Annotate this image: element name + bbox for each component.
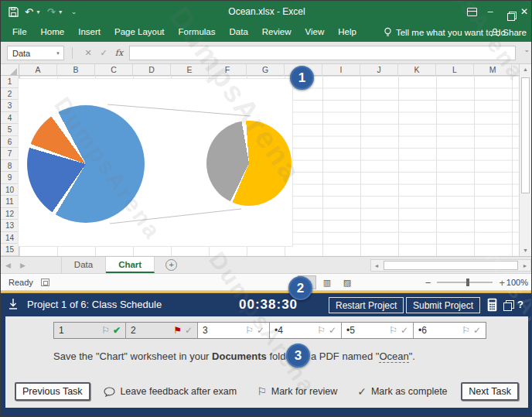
ribbon-display-options-icon[interactable] (467, 8, 477, 16)
page-layout-view-button[interactable]: ▥ (318, 275, 336, 289)
tab-page-layout[interactable]: Page Layout (107, 22, 172, 42)
row-header[interactable]: 7 (1, 148, 19, 160)
zoom-slider-handle[interactable] (466, 279, 469, 286)
column-header[interactable]: M (474, 64, 512, 76)
column-header[interactable]: F (209, 64, 247, 76)
column-header[interactable]: G (247, 64, 285, 76)
tab-help[interactable]: Help (331, 22, 363, 42)
leave-feedback-action[interactable]: Leave feedback after exam (104, 386, 237, 397)
select-all-corner[interactable] (1, 64, 19, 76)
column-header[interactable]: J (360, 64, 398, 76)
zoom-out-button[interactable]: − (425, 277, 431, 289)
expand-formula-bar-icon[interactable]: ⌄ (523, 46, 530, 53)
tab-view[interactable]: View (298, 22, 332, 42)
task-tab-5[interactable]: •5 ⚐✓ (342, 323, 414, 338)
row-header[interactable]: 10 (1, 184, 19, 197)
secondary-pie[interactable] (206, 121, 292, 206)
vertical-scroll-thumb[interactable] (521, 77, 530, 193)
horizontal-scrollbar[interactable]: ◄ ► (370, 259, 531, 272)
scroll-right-icon[interactable]: ► (520, 263, 530, 268)
task-tab-2[interactable]: 2 ⚑✓ (126, 323, 198, 338)
scroll-up-icon[interactable]: ▲ (520, 64, 531, 75)
row-header[interactable]: 3 (1, 100, 19, 112)
column-header[interactable]: B (57, 64, 95, 76)
check-icon[interactable]: ✓ (185, 325, 193, 336)
flag-icon[interactable]: ⚐ (389, 325, 397, 336)
collapse-panel-icon[interactable] (9, 299, 18, 310)
tell-me-box[interactable]: Tell me what you want to do (384, 27, 506, 38)
row-header[interactable]: 11 (1, 196, 19, 208)
calculator-icon[interactable] (487, 298, 497, 312)
flag-icon[interactable]: ⚐ (245, 325, 254, 336)
task-tab-3[interactable]: 3 ⚐✓ (198, 323, 270, 338)
column-header[interactable]: A (19, 64, 57, 76)
tab-review[interactable]: Review (255, 22, 298, 42)
zoom-slider[interactable] (437, 282, 493, 283)
task-tab-4[interactable]: •4 ⚐✓ (270, 323, 342, 338)
zoom-in-button[interactable]: + (499, 277, 505, 289)
restart-project-button[interactable]: Restart Project (329, 297, 404, 313)
mark-as-complete-action[interactable]: ✓ Mark as complete (357, 385, 447, 398)
previous-task-button[interactable]: Previous Task (15, 382, 90, 401)
row-header[interactable]: 5 (1, 124, 19, 136)
check-icon[interactable]: ✔ (113, 325, 121, 336)
flag-icon[interactable]: ⚐ (462, 325, 470, 336)
main-pie[interactable] (27, 105, 145, 223)
tab-home[interactable]: Home (34, 22, 72, 42)
submit-project-button[interactable]: Submit Project (406, 297, 480, 313)
row-header[interactable]: 6 (1, 136, 19, 149)
column-header[interactable]: I (322, 64, 360, 76)
row-header[interactable]: 4 (1, 112, 19, 125)
check-icon[interactable]: ✓ (257, 325, 264, 336)
cancel-entry-icon[interactable]: ✕ (81, 46, 95, 60)
name-box-dropdown-icon[interactable]: ▼ (56, 51, 60, 56)
sheet-tab-chart[interactable]: Chart (106, 257, 155, 273)
macro-record-icon[interactable] (41, 279, 49, 286)
horizontal-scroll-thumb[interactable] (384, 261, 518, 270)
insert-function-icon[interactable]: fx (112, 46, 126, 60)
page-break-view-button[interactable]: ▨ (338, 275, 356, 289)
scroll-down-icon[interactable]: ▼ (520, 245, 531, 256)
check-icon[interactable]: ✓ (329, 325, 336, 336)
help-icon[interactable]: ? (517, 293, 523, 316)
enter-entry-icon[interactable]: ✓ (97, 46, 111, 60)
task-tab-6[interactable]: •6 ⚐✓ (414, 323, 486, 338)
mark-for-review-action[interactable]: ⚐ Mark for review (257, 385, 337, 398)
check-icon[interactable]: ✓ (473, 325, 481, 336)
next-task-button[interactable]: Next Task (461, 382, 519, 401)
flag-icon[interactable]: ⚐ (101, 325, 110, 336)
tab-insert[interactable]: Insert (71, 22, 107, 42)
zoom-level[interactable]: 100% (506, 274, 528, 291)
check-icon[interactable]: ✓ (401, 325, 408, 336)
column-header[interactable]: L (436, 64, 474, 76)
column-header[interactable]: C (95, 64, 133, 76)
row-header[interactable]: 9 (1, 172, 19, 184)
sheet-tab-data[interactable]: Data (61, 257, 106, 273)
tab-data[interactable]: Data (223, 22, 255, 42)
row-header[interactable]: 14 (1, 232, 19, 244)
task-tab-1[interactable]: 1 ⚐✔ (54, 323, 126, 338)
flag-icon[interactable]: ⚐ (317, 325, 326, 336)
column-header[interactable]: K (398, 64, 436, 76)
column-header[interactable]: E (171, 64, 209, 76)
new-sheet-button[interactable]: + (165, 259, 177, 271)
tab-file[interactable]: File (5, 22, 34, 42)
tab-formulas[interactable]: Formulas (172, 22, 223, 42)
sheet-nav-left-icon[interactable]: ◀ (1, 257, 15, 273)
sheet-nav-right-icon[interactable]: ▶ (15, 257, 30, 273)
close-button[interactable]: ✕ (516, 1, 532, 22)
column-header[interactable]: D (133, 64, 171, 76)
pie-of-pie-chart[interactable] (18, 78, 293, 247)
share-button[interactable]: Share (490, 28, 527, 37)
row-header[interactable]: 1 (1, 76, 19, 88)
row-header[interactable]: 8 (1, 160, 19, 173)
flag-icon[interactable]: ⚑ (173, 325, 182, 336)
formula-input[interactable] (129, 46, 516, 60)
minimize-button[interactable]: – (482, 1, 499, 22)
vertical-scrollbar[interactable]: ▲ ▼ (519, 64, 531, 256)
name-box[interactable]: Data ▼ (7, 46, 64, 60)
row-header[interactable]: 13 (1, 220, 19, 232)
row-header[interactable]: 15 (1, 244, 19, 256)
row-header[interactable]: 2 (1, 88, 19, 101)
row-header[interactable]: 12 (1, 208, 19, 220)
